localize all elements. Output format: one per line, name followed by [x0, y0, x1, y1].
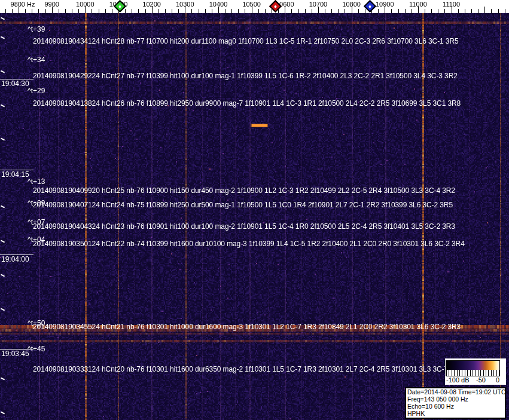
time-tick-mark [1, 205, 5, 208]
colorbar-label-mid: -50 [476, 376, 486, 384]
color-scale-legend: -100 dB -50 0 [445, 358, 506, 385]
info-date-time: Date=2014-09-08 Time=19:02 UTC [407, 388, 504, 396]
time-tick-mark [1, 36, 5, 39]
color-scale-ruler [446, 370, 500, 376]
time-label: 19:04:00 [0, 255, 33, 263]
colorbar-label-min: -100 dB [446, 376, 470, 384]
time-tick-mark [1, 274, 5, 277]
info-frequency: Freq=143 050 000 Hz [407, 396, 504, 403]
time-tick-mark [1, 411, 5, 414]
event-data-line: 20140908190345524 hCnt21 nb-76 f10301 hi… [33, 323, 461, 331]
event-data-line: 20140908190350124 hCnt22 nb-74 f10399 hi… [33, 240, 465, 248]
time-tick-mark [1, 308, 5, 311]
text-overlay-layer: 19:04:3019:04:1519:04:0019:03:45^t+39201… [0, 0, 509, 420]
event-time-tag: ^t+45 [28, 345, 45, 353]
event-data-line: 20140908190333124 hCnt20 nb-76 f10301 hi… [33, 365, 463, 373]
time-tick-mark [1, 104, 5, 107]
time-tick-mark [1, 240, 5, 243]
event-data-line: 20140908190429224 hCnt27 nb-77 f10399 hi… [33, 72, 458, 80]
info-echo: Echo=10 600 Hz [407, 403, 504, 410]
time-tick-mark [1, 70, 5, 73]
event-data-line: 20140908190434124 hCnt28 nb-77 f10700 hi… [33, 37, 459, 45]
event-data-line: 20140908190404324 hCnt23 nb-76 f10901 hi… [33, 222, 455, 231]
event-data-line: 20140908190413824 hCnt26 nb-76 f10899 hi… [33, 99, 461, 108]
event-time-tag: ^t+29 [28, 87, 45, 95]
event-time-tag: ^t+34 [28, 56, 45, 64]
color-scale-gradient-bar [446, 360, 500, 370]
info-station: HPHK [407, 410, 504, 417]
event-data-line: 20140908190409920 hCnt25 nb-76 f10900 hi… [33, 186, 455, 195]
time-tick-mark [1, 137, 5, 140]
time-tick-mark [1, 377, 5, 380]
event-data-line: 20140908190407124 hCnt24 nb-75 f10899 hi… [33, 201, 453, 209]
event-time-tag: ^t+39 [28, 25, 45, 33]
colorbar-label-max: 0 [496, 376, 499, 384]
meteor-echo-spectrogram-window: 9800 Hz990010000101001020010300104001050… [0, 0, 509, 420]
event-time-tag: ^t+13 [28, 177, 45, 186]
time-tick-mark [1, 17, 5, 20]
info-box: Date=2014-09-08 Time=19:02 UTC Freq=143 … [405, 387, 506, 419]
